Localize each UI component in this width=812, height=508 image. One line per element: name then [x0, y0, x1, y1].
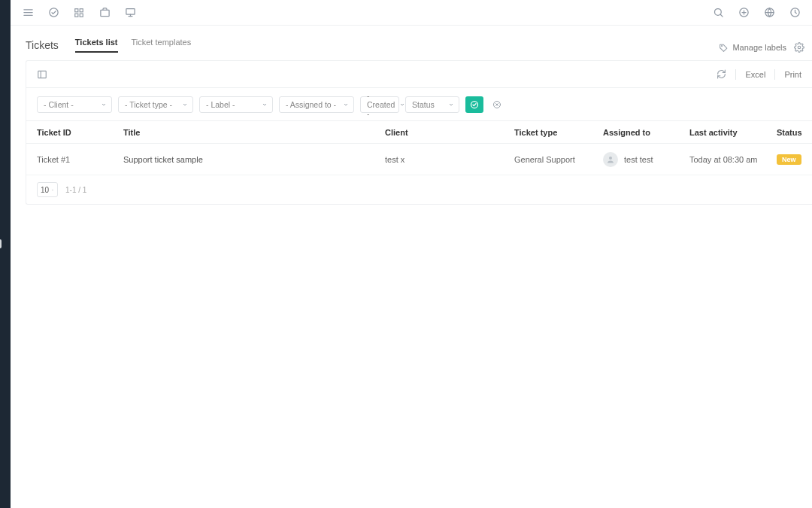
svg-rect-6 — [75, 14, 78, 17]
tickets-table: Ticket ID Title Client Ticket type Assig… — [26, 121, 812, 175]
separator — [735, 69, 736, 80]
separator — [774, 69, 775, 80]
svg-line-13 — [720, 14, 723, 17]
rail-expand-handle[interactable] — [0, 239, 2, 248]
chevron-down-icon — [343, 102, 349, 108]
pager-info: 1-1 / 1 — [65, 186, 86, 194]
tab-ticket-templates[interactable]: Ticket templates — [132, 38, 192, 53]
page-size-select[interactable]: 10 — [37, 182, 58, 197]
settings-icon[interactable] — [794, 42, 804, 53]
grid-icon[interactable] — [72, 6, 86, 20]
col-last-activity[interactable]: Last activity — [679, 128, 766, 137]
filter-ticket-type-label: - Ticket type - — [125, 100, 172, 109]
svg-point-21 — [798, 46, 801, 49]
table-row[interactable]: Ticket #1 Support ticket sample test x G… — [26, 144, 812, 175]
cell-assigned-to: test test — [592, 152, 679, 167]
card-toolbar: Excel Print — [26, 61, 812, 88]
menu-icon[interactable] — [21, 6, 35, 20]
table-header: Ticket ID Title Client Ticket type Assig… — [26, 121, 812, 144]
svg-point-20 — [722, 45, 723, 46]
check-icon — [470, 100, 479, 109]
chevron-down-icon — [448, 102, 454, 108]
col-client[interactable]: Client — [374, 128, 504, 137]
filter-assigned-to-label: - Assigned to - — [286, 100, 336, 109]
topbar — [11, 0, 812, 26]
col-ticket-type[interactable]: Ticket type — [504, 128, 592, 137]
print-button[interactable]: Print — [784, 70, 801, 79]
filter-created-label: - Created - — [367, 91, 395, 118]
filter-client-label: - Client - — [44, 100, 74, 109]
manage-labels-label: Manage labels — [732, 43, 786, 52]
monitor-icon[interactable] — [123, 6, 137, 20]
tag-icon — [719, 43, 729, 53]
filter-status[interactable]: Status — [405, 96, 459, 113]
svg-rect-4 — [75, 8, 78, 11]
filters-row: - Client - - Ticket type - - Label - - A… — [26, 88, 812, 121]
filter-label-label: - Label - — [206, 100, 235, 109]
chevron-down-icon — [101, 102, 107, 108]
search-icon[interactable] — [711, 6, 725, 20]
filter-client[interactable]: - Client - — [37, 96, 112, 113]
cell-client: test x — [374, 155, 504, 164]
tabs: Tickets list Ticket templates — [75, 38, 191, 53]
check-circle-icon[interactable] — [47, 6, 60, 20]
x-circle-icon — [492, 100, 501, 109]
chevron-down-icon — [262, 102, 268, 108]
col-title[interactable]: Title — [113, 128, 374, 137]
page-title: Tickets — [26, 39, 59, 51]
svg-rect-9 — [126, 9, 134, 15]
svg-rect-22 — [38, 71, 47, 78]
assignee-name: test test — [624, 155, 653, 164]
svg-point-3 — [49, 8, 57, 17]
refresh-icon[interactable] — [717, 69, 726, 79]
cell-title: Support ticket sample — [113, 155, 374, 164]
cell-ticket-type: General Support — [504, 155, 592, 164]
status-badge: New — [777, 154, 801, 165]
filter-ticket-type[interactable]: - Ticket type - — [118, 96, 193, 113]
cell-ticket-id: Ticket #1 — [26, 155, 113, 164]
left-rail — [0, 0, 11, 508]
col-assigned-to[interactable]: Assigned to — [592, 128, 679, 137]
manage-labels-button[interactable]: Manage labels — [719, 43, 786, 53]
filter-status-label: Status — [412, 100, 435, 109]
svg-point-28 — [609, 157, 612, 160]
panel-toggle-icon[interactable] — [37, 69, 47, 80]
tab-tickets-list[interactable]: Tickets list — [75, 38, 118, 53]
apply-filters-button[interactable] — [465, 96, 483, 113]
filter-assigned-to[interactable]: - Assigned to - — [279, 96, 354, 113]
svg-rect-7 — [80, 14, 83, 17]
chevron-down-icon — [182, 102, 188, 108]
svg-rect-8 — [100, 10, 108, 16]
filter-label[interactable]: - Label - — [199, 96, 273, 113]
pager: 10 1-1 / 1 — [26, 175, 812, 204]
plus-circle-icon[interactable] — [737, 6, 750, 20]
clock-icon[interactable] — [788, 6, 801, 20]
topbar-left-icons — [21, 6, 137, 20]
svg-rect-5 — [80, 8, 83, 11]
page-header: Tickets Tickets list Ticket templates Ma… — [26, 38, 812, 53]
col-status[interactable]: Status — [766, 128, 812, 137]
chevron-down-icon — [51, 187, 54, 193]
cell-status: New — [766, 154, 812, 165]
briefcase-icon[interactable] — [98, 6, 111, 20]
export-excel-button[interactable]: Excel — [745, 70, 765, 79]
clear-filters-button[interactable] — [489, 97, 504, 112]
filter-created[interactable]: - Created - — [360, 96, 399, 113]
globe-icon[interactable] — [762, 6, 776, 20]
page-size-value: 10 — [41, 186, 49, 194]
avatar — [603, 152, 618, 167]
cell-last-activity: Today at 08:30 am — [679, 155, 766, 164]
col-ticket-id[interactable]: Ticket ID — [26, 128, 113, 137]
topbar-right-icons — [711, 6, 801, 20]
